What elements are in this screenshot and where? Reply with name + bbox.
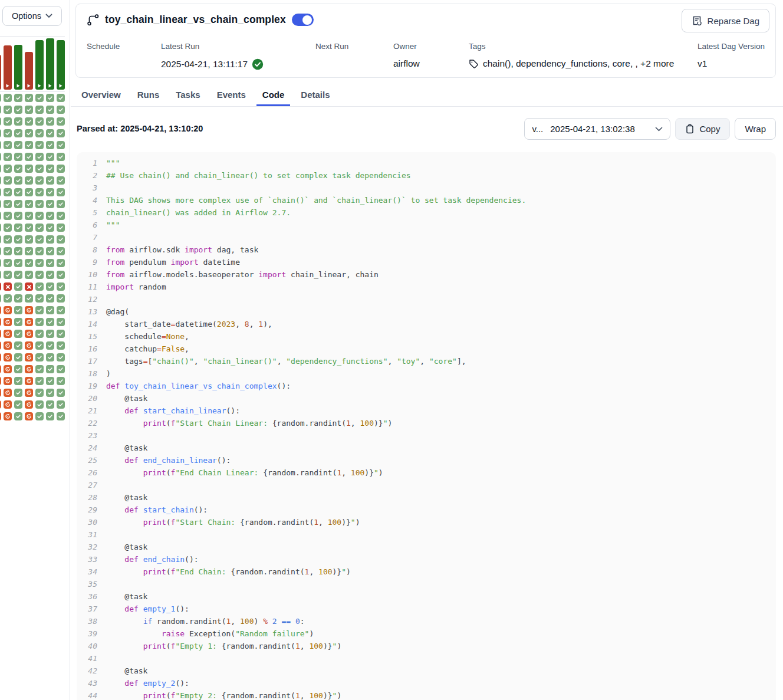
- task-instance-success[interactable]: [35, 377, 44, 385]
- task-instance-success[interactable]: [0, 165, 1, 173]
- task-instance-success[interactable]: [57, 165, 65, 173]
- task-instance-up_for_retry[interactable]: [4, 365, 12, 373]
- task-instance-success[interactable]: [46, 176, 54, 185]
- task-instance-success[interactable]: [0, 188, 1, 196]
- task-instance-success[interactable]: [4, 200, 12, 208]
- task-instance-success[interactable]: [57, 259, 65, 267]
- task-instance-success[interactable]: [0, 294, 1, 303]
- task-instance-success[interactable]: [0, 212, 1, 220]
- dag-run-bar-success[interactable]: [57, 40, 65, 90]
- task-instance-success[interactable]: [57, 341, 65, 350]
- task-instance-success[interactable]: [25, 129, 33, 137]
- task-instance-success[interactable]: [57, 365, 65, 373]
- task-instance-success[interactable]: [14, 188, 22, 196]
- task-instance-success[interactable]: [0, 247, 1, 255]
- task-instance-up_for_retry[interactable]: [4, 341, 12, 350]
- task-instance-failed[interactable]: [4, 282, 12, 291]
- task-instance-success[interactable]: [57, 153, 65, 161]
- task-instance-up_for_retry[interactable]: [25, 330, 33, 338]
- task-instance-success[interactable]: [4, 141, 12, 149]
- task-instance-success[interactable]: [14, 377, 22, 385]
- task-instance-success[interactable]: [14, 400, 22, 409]
- task-instance-up_for_retry[interactable]: [4, 377, 12, 385]
- task-instance-success[interactable]: [0, 153, 1, 161]
- dag-run-bar-success[interactable]: [14, 45, 22, 90]
- task-instance-success[interactable]: [57, 318, 65, 326]
- task-instance-success[interactable]: [46, 129, 54, 137]
- task-instance-success[interactable]: [0, 200, 1, 208]
- tab-runs[interactable]: Runs: [131, 84, 166, 106]
- task-instance-success[interactable]: [14, 330, 22, 338]
- task-instance-success[interactable]: [25, 165, 33, 173]
- task-instance-success[interactable]: [25, 259, 33, 267]
- code-viewer[interactable]: 1"""2## Use chain() and chain_linear() t…: [77, 152, 776, 700]
- task-instance-success[interactable]: [25, 153, 33, 161]
- task-instance-success[interactable]: [46, 318, 54, 326]
- tab-tasks[interactable]: Tasks: [170, 84, 206, 106]
- task-instance-success[interactable]: [46, 271, 54, 279]
- task-instance-success[interactable]: [46, 306, 54, 314]
- task-instance-success[interactable]: [14, 306, 22, 314]
- task-instance-success[interactable]: [46, 200, 54, 208]
- task-instance-success[interactable]: [35, 318, 44, 326]
- task-instance-success[interactable]: [57, 271, 65, 279]
- task-instance-success[interactable]: [14, 165, 22, 173]
- task-instance-success[interactable]: [25, 141, 33, 149]
- task-instance-success[interactable]: [35, 294, 44, 303]
- task-instance-success[interactable]: [4, 247, 12, 255]
- task-instance-success[interactable]: [4, 117, 12, 126]
- task-instance-success[interactable]: [4, 235, 12, 244]
- task-instance-success[interactable]: [0, 235, 1, 244]
- task-instance-up_for_retry[interactable]: [0, 341, 1, 350]
- task-instance-up_for_retry[interactable]: [25, 353, 33, 361]
- options-button[interactable]: Options: [2, 6, 62, 26]
- task-instance-success[interactable]: [35, 306, 44, 314]
- task-instance-success[interactable]: [4, 271, 12, 279]
- task-instance-success[interactable]: [25, 94, 33, 102]
- task-instance-success[interactable]: [57, 377, 65, 385]
- task-instance-success[interactable]: [25, 271, 33, 279]
- task-instance-up_for_retry[interactable]: [25, 365, 33, 373]
- task-instance-success[interactable]: [25, 212, 33, 220]
- task-instance-success[interactable]: [4, 176, 12, 185]
- task-instance-success[interactable]: [25, 224, 33, 232]
- task-instance-success[interactable]: [46, 294, 54, 303]
- task-instance-up_for_retry[interactable]: [0, 306, 1, 314]
- task-instance-up_for_retry[interactable]: [0, 365, 1, 373]
- task-instance-success[interactable]: [4, 259, 12, 267]
- task-instance-success[interactable]: [14, 176, 22, 185]
- task-instance-success[interactable]: [57, 94, 65, 102]
- task-instance-success[interactable]: [14, 353, 22, 361]
- task-instance-success[interactable]: [25, 188, 33, 196]
- task-instance-success[interactable]: [14, 200, 22, 208]
- task-instance-success[interactable]: [4, 188, 12, 196]
- task-instance-success[interactable]: [57, 224, 65, 232]
- task-instance-success[interactable]: [35, 400, 44, 409]
- task-instance-success[interactable]: [57, 389, 65, 397]
- task-instance-success[interactable]: [46, 224, 54, 232]
- task-instance-success[interactable]: [46, 106, 54, 114]
- task-instance-success[interactable]: [35, 412, 44, 420]
- tab-events[interactable]: Events: [211, 84, 252, 106]
- task-instance-success[interactable]: [46, 141, 54, 149]
- task-instance-success[interactable]: [0, 117, 1, 126]
- task-instance-success[interactable]: [57, 129, 65, 137]
- task-instance-success[interactable]: [0, 94, 1, 102]
- task-instance-success[interactable]: [14, 365, 22, 373]
- dag-run-bar-failed[interactable]: [0, 55, 1, 90]
- task-instance-success[interactable]: [35, 141, 44, 149]
- task-instance-up_for_retry[interactable]: [0, 318, 1, 326]
- task-instance-success[interactable]: [25, 117, 33, 126]
- dag-run-bar-failed[interactable]: [4, 45, 12, 90]
- tab-details[interactable]: Details: [295, 84, 335, 106]
- task-instance-success[interactable]: [46, 341, 54, 350]
- task-instance-success[interactable]: [35, 235, 44, 244]
- task-instance-success[interactable]: [35, 341, 44, 350]
- tab-overview[interactable]: Overview: [75, 84, 127, 106]
- task-instance-success[interactable]: [14, 94, 22, 102]
- task-instance-success[interactable]: [0, 271, 1, 279]
- task-instance-success[interactable]: [0, 106, 1, 114]
- task-instance-success[interactable]: [57, 212, 65, 220]
- task-instance-success[interactable]: [57, 188, 65, 196]
- task-instance-success[interactable]: [35, 94, 44, 102]
